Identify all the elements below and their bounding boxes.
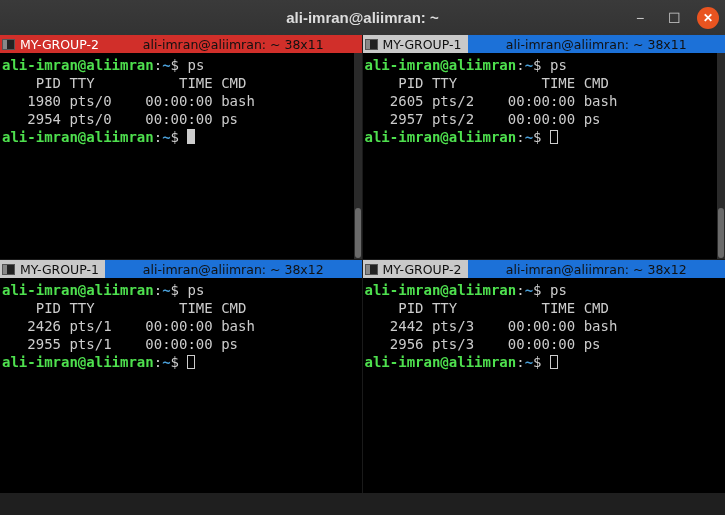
- minimize-button[interactable]: −: [629, 7, 651, 29]
- pane-group-badge: MY-GROUP-2: [0, 35, 105, 53]
- maximize-button[interactable]: ☐: [663, 7, 685, 29]
- prompt-user: ali-imran@aliimran: [2, 57, 154, 73]
- terminal-icon: [365, 39, 378, 50]
- pane-group-badge: MY-GROUP-2: [363, 260, 468, 278]
- pane-group-badge: MY-GROUP-1: [0, 260, 105, 278]
- terminal-icon: [365, 264, 378, 275]
- prompt-path: ~: [162, 57, 170, 73]
- terminal-content[interactable]: ali-imran@aliimran:~$ ps PID TTY TIME CM…: [0, 278, 362, 373]
- terminal-grid: MY-GROUP-2 ali-imran@aliimran: ~ 38x11 a…: [0, 35, 725, 515]
- terminal-pane[interactable]: MY-GROUP-1 ali-imran@aliimran: ~ 38x12 a…: [0, 260, 363, 515]
- window-titlebar: ali-imran@aliimran: ~ − ☐ ✕: [0, 0, 725, 35]
- ps-row: 1980 pts/0 00:00:00 bash: [2, 93, 255, 109]
- cursor-inactive: [187, 355, 195, 369]
- terminal-pane[interactable]: MY-GROUP-2 ali-imran@aliimran: ~ 38x12 a…: [363, 260, 726, 515]
- pane-title: ali-imran@aliimran: ~ 38x12: [105, 260, 362, 278]
- pane-titlebar[interactable]: MY-GROUP-2 ali-imran@aliimran: ~ 38x11: [0, 35, 362, 53]
- terminal-content[interactable]: ali-imran@aliimran:~$ ps PID TTY TIME CM…: [363, 53, 726, 148]
- ps-header: PID TTY TIME CMD: [2, 75, 246, 91]
- status-bar: [0, 493, 725, 515]
- pane-group-label: MY-GROUP-2: [20, 37, 99, 52]
- pane-group-label: MY-GROUP-1: [20, 262, 99, 277]
- pane-group-label: MY-GROUP-1: [383, 37, 462, 52]
- close-button[interactable]: ✕: [697, 7, 719, 29]
- pane-titlebar[interactable]: MY-GROUP-1 ali-imran@aliimran: ~ 38x12: [0, 260, 362, 278]
- window-controls: − ☐ ✕: [629, 7, 719, 29]
- window-title: ali-imran@aliimran: ~: [286, 9, 439, 26]
- scrollbar-thumb[interactable]: [355, 208, 361, 258]
- terminal-content[interactable]: ali-imran@aliimran:~$ ps PID TTY TIME CM…: [0, 53, 362, 148]
- pane-scrollbar[interactable]: [354, 53, 362, 260]
- cursor-active: [187, 129, 195, 144]
- pane-titlebar[interactable]: MY-GROUP-2 ali-imran@aliimran: ~ 38x12: [363, 260, 726, 278]
- terminal-icon: [2, 39, 15, 50]
- scrollbar-thumb[interactable]: [718, 208, 724, 258]
- pane-title: ali-imran@aliimran: ~ 38x11: [105, 35, 362, 53]
- command: ps: [187, 57, 204, 73]
- ps-row: 2954 pts/0 00:00:00 ps: [2, 111, 238, 127]
- pane-scrollbar[interactable]: [717, 53, 725, 260]
- pane-group-label: MY-GROUP-2: [383, 262, 462, 277]
- terminal-content[interactable]: ali-imran@aliimran:~$ ps PID TTY TIME CM…: [363, 278, 726, 373]
- terminal-pane[interactable]: MY-GROUP-1 ali-imran@aliimran: ~ 38x11 a…: [363, 35, 726, 260]
- pane-title: ali-imran@aliimran: ~ 38x12: [468, 260, 726, 278]
- terminal-icon: [2, 264, 15, 275]
- pane-group-badge: MY-GROUP-1: [363, 35, 468, 53]
- cursor-inactive: [550, 355, 558, 369]
- terminal-pane[interactable]: MY-GROUP-2 ali-imran@aliimran: ~ 38x11 a…: [0, 35, 363, 260]
- pane-title: ali-imran@aliimran: ~ 38x11: [468, 35, 726, 53]
- pane-titlebar[interactable]: MY-GROUP-1 ali-imran@aliimran: ~ 38x11: [363, 35, 726, 53]
- cursor-inactive: [550, 130, 558, 144]
